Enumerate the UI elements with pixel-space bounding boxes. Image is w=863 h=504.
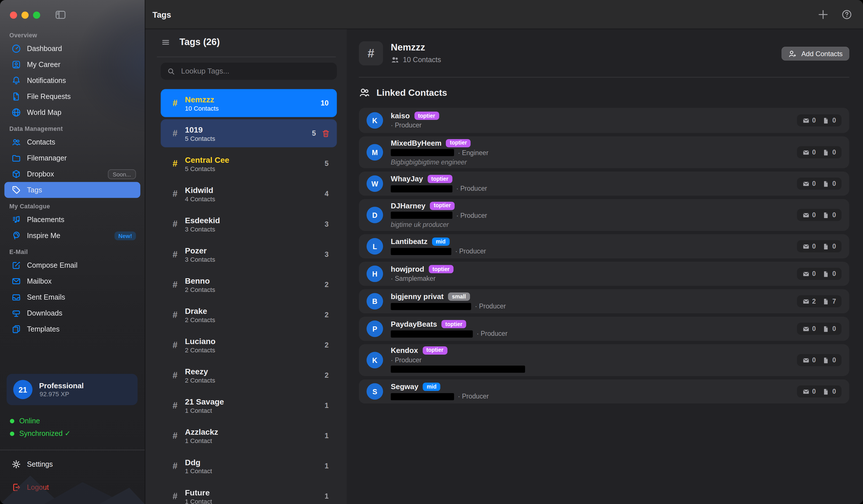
contact-card-howjprod[interactable]: Hhowjprodtoptier· Samplemaker00 [359, 262, 849, 286]
sidebar-item-notifications[interactable]: Notifications [4, 73, 140, 89]
mountain-artwork [0, 466, 145, 504]
contact-card-lantibeatz[interactable]: LLantibeatzmid· Producer00 [359, 234, 849, 259]
sidebar-item-templates[interactable]: Templates [4, 321, 140, 337]
tag-row-1019[interactable]: #10195 Contacts5 [161, 119, 337, 147]
contact-card-segway[interactable]: SSegwaymid· Producer00 [359, 379, 849, 404]
search-input[interactable] [180, 66, 330, 76]
sidebar-item-mailbox[interactable]: Mailbox [4, 273, 140, 289]
sidebar-item-label: Compose Email [27, 261, 77, 269]
file-request-icon [11, 92, 21, 101]
redacted-email [391, 248, 451, 255]
tag-row-ddg[interactable]: #Ddg1 Contact1 [161, 452, 337, 480]
contact-card-mixedbyheem[interactable]: MMixedByHeemtoptier· EngineerBigbigbigbi… [359, 136, 849, 168]
linked-contacts-icon [359, 87, 370, 98]
email-count-icon [802, 211, 809, 219]
tag-row-central-cee[interactable]: #Central Cee5 Contacts5 [161, 150, 337, 178]
help-icon[interactable] [842, 9, 852, 20]
tag-name: 21 Savage [185, 397, 224, 406]
tag-row-future[interactable]: #Future1 Contact1 [161, 482, 337, 504]
tag-row-nemzzz[interactable]: #Nemzzz10 Contacts10 [161, 89, 337, 117]
hash-icon: # [171, 401, 179, 411]
contact-card-bigjenny-privat[interactable]: Bbigjenny privatsmall· Producer27 [359, 289, 849, 313]
contact-counters: 00 [797, 209, 842, 221]
tag-count-badge: 1 [325, 492, 328, 500]
file-count-icon [823, 180, 829, 187]
tag-count-badge: 1 [325, 431, 328, 440]
file-count: 0 [833, 242, 836, 250]
email-count-icon [802, 243, 809, 250]
tag-row-reezy[interactable]: #Reezy2 Contacts2 [161, 361, 337, 389]
sidebar-item-inspire-me[interactable]: Inspire MeNew! [4, 228, 140, 244]
zoom-window-button[interactable] [33, 11, 40, 18]
tag-row-azzlackz[interactable]: #Azzlackz1 Contact1 [161, 422, 337, 450]
status-dot-icon [10, 419, 14, 423]
hash-icon: # [171, 249, 179, 259]
hash-icon: # [171, 370, 179, 380]
tag-count-badge: 1 [325, 401, 328, 410]
tag-row-esdeekid[interactable]: #Esdeekid3 Contacts3 [161, 210, 337, 238]
add-contacts-button[interactable]: Add Contacts [781, 47, 849, 61]
tier-badge: toptier [414, 112, 439, 120]
tag-count-badge: 2 [325, 371, 328, 379]
sidebar-item-dropbox[interactable]: DropboxSoon... [4, 166, 140, 182]
close-window-button[interactable] [10, 11, 17, 18]
tag-name: Nemzzz [185, 95, 218, 104]
tag-row-drake[interactable]: #Drake2 Contacts2 [161, 301, 337, 329]
tag-contacts-count: 4 Contacts [185, 196, 215, 202]
status-dot-icon [10, 431, 14, 436]
avatar: L [366, 238, 383, 255]
tag-name: Luciano [185, 337, 215, 346]
contact-card-djharney[interactable]: DDJHarneytoptier· Producerbigtime uk pro… [359, 199, 849, 231]
sidebar-item-placements[interactable]: Placements [4, 211, 140, 228]
hash-icon: # [171, 128, 179, 138]
sidebar-item-label: Sent Emails [27, 293, 65, 301]
delete-tag-icon[interactable] [321, 129, 330, 138]
avatar: S [366, 383, 383, 400]
sidebar-item-downloads[interactable]: Downloads [4, 305, 140, 321]
file-count: 0 [833, 148, 836, 156]
sidebar-item-compose-email[interactable]: Compose Email [4, 257, 140, 273]
sidebar-item-dashboard[interactable]: Dashboard [4, 41, 140, 57]
sidebar-item-my-career[interactable]: My Career [4, 57, 140, 73]
sidebar-item-world-map[interactable]: World Map [4, 104, 140, 120]
sidebar-item-label: Templates [27, 325, 59, 333]
tag-name: 1019 [185, 125, 215, 134]
sidebar-item-filemanager[interactable]: Filemanager [4, 150, 140, 166]
file-count-icon [823, 117, 829, 124]
add-tag-icon[interactable] [818, 9, 828, 20]
minimize-window-button[interactable] [21, 11, 28, 18]
redacted-email [391, 393, 454, 400]
file-count-icon [823, 270, 829, 277]
file-count-icon [823, 211, 829, 219]
sidebar-item-file-requests[interactable]: File Requests [4, 88, 140, 104]
list-menu-icon[interactable] [161, 38, 170, 47]
sidebar-item-tags[interactable]: Tags [4, 182, 140, 198]
tag-row-21-savage[interactable]: #21 Savage1 Contact1 [161, 391, 337, 419]
file-count: 0 [833, 117, 836, 124]
tag-count-badge: 3 [325, 250, 328, 258]
sidebar-item-label: My Career [27, 61, 60, 69]
contact-card-paydaybeats[interactable]: PPaydayBeatstoptier· Producer00 [359, 317, 849, 341]
hash-icon: # [171, 491, 179, 501]
tier-badge: toptier [429, 265, 453, 273]
contact-card-kaiso[interactable]: Kkaisotoptier· Producer00 [359, 108, 849, 133]
contact-note: bigtime uk producer [391, 221, 743, 228]
tag-row-luciano[interactable]: #Luciano2 Contacts2 [161, 331, 337, 359]
avatar: K [366, 112, 383, 129]
tag-name: Drake [185, 307, 215, 315]
bell-icon [11, 76, 21, 85]
sidebar-item-sent-emails[interactable]: Sent Emails [4, 289, 140, 305]
contact-counters: 00 [797, 178, 842, 190]
tag-search [161, 63, 337, 80]
contact-card-kendox[interactable]: KKendoxtoptier· Producer00 [359, 344, 849, 376]
sidebar-toggle-icon[interactable] [55, 9, 66, 21]
tag-row-benno[interactable]: #Benno2 Contacts2 [161, 271, 337, 298]
sidebar-item-label: Mailbox [27, 277, 51, 285]
contact-name: PaydayBeats [391, 320, 437, 328]
contact-counters: 27 [797, 295, 842, 307]
status-online: Online [10, 417, 40, 425]
sidebar-item-contacts[interactable]: Contacts [4, 134, 140, 150]
tag-row-kidwild[interactable]: #Kidwild4 Contacts4 [161, 180, 337, 208]
tag-row-pozer[interactable]: #Pozer3 Contacts3 [161, 240, 337, 268]
contact-card-whayjay[interactable]: WWhayJaytoptier· Producer00 [359, 172, 849, 196]
